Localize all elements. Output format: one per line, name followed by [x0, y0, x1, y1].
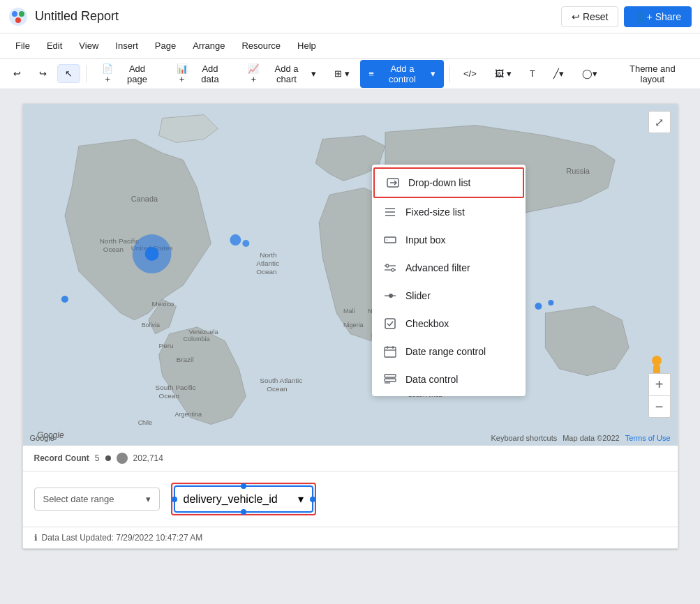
menu-resource[interactable]: Resource — [234, 38, 288, 54]
image-button[interactable]: 🖼 ▾ — [487, 64, 519, 83]
toolbar: ↩ ↪ ↖ 📄+ Add page 📊+ Add data 📈+ Add a c… — [0, 59, 700, 89]
menu-item-data-control[interactable]: Data control — [372, 365, 526, 393]
add-data-button[interactable]: 📊+ Add data — [166, 59, 235, 89]
chevron-down-icon: ▾ — [311, 68, 316, 79]
select-tool-button[interactable]: ↖ — [57, 64, 80, 83]
svg-point-47 — [61, 296, 68, 303]
map-data-text: Map data ©2022 — [563, 434, 620, 442]
controls-row: Select date range ▾ delivery_vehicle_id … — [23, 471, 678, 527]
share-button[interactable]: 👤+ Share — [624, 6, 692, 27]
menu-insert[interactable]: Insert — [108, 38, 145, 54]
svg-point-0 — [9, 8, 27, 26]
title-bar-actions: ↩ Reset 👤+ Share — [561, 6, 692, 27]
menu-item-input-box[interactable]: Input box — [372, 226, 526, 254]
svg-point-45 — [230, 234, 241, 246]
title-bar: Untitled Report ↩ Reset 👤+ Share — [0, 0, 700, 33]
textbox-button[interactable]: T — [522, 64, 543, 83]
map-links: Keyboard shortcuts Map data ©2022 Terms … — [491, 434, 670, 442]
svg-rect-71 — [385, 347, 396, 357]
menu-arrange[interactable]: Arrange — [186, 38, 232, 54]
selection-handle-left — [172, 497, 177, 502]
reset-button[interactable]: ↩ Reset — [561, 6, 619, 27]
separator-2 — [449, 66, 450, 82]
line-button[interactable]: ╱▾ — [546, 64, 572, 83]
svg-text:Colombia: Colombia — [183, 335, 209, 342]
svg-rect-76 — [385, 379, 396, 382]
svg-text:Mali: Mali — [343, 308, 355, 315]
app-logo — [8, 7, 28, 27]
legend-bar: Record Count 5 202,714 — [23, 446, 678, 471]
menu-help[interactable]: Help — [290, 38, 323, 54]
add-chart-button[interactable]: 📈+ Add a chart ▾ — [238, 59, 324, 89]
menu-item-checkbox[interactable]: Checkbox — [372, 310, 526, 338]
zoom-in-button[interactable]: + — [648, 373, 671, 395]
menu-item-advanced-filter[interactable]: Advanced filter — [372, 254, 526, 282]
svg-text:Ocean: Ocean — [256, 268, 276, 275]
info-icon: ℹ — [34, 533, 38, 543]
svg-text:South Pacific: South Pacific — [155, 384, 195, 391]
svg-point-62 — [386, 264, 389, 267]
svg-text:Russia: Russia — [566, 167, 590, 175]
line-icon: ╱▾ — [553, 68, 564, 79]
input-box-icon — [383, 233, 397, 247]
legend-count: 5 — [95, 453, 100, 463]
add-page-button[interactable]: 📄+ Add page — [92, 59, 163, 89]
legend-dot-large — [117, 453, 128, 464]
selection-handle-bottom — [241, 509, 246, 515]
menu-view[interactable]: View — [72, 38, 105, 54]
svg-text:Mexico: Mexico — [151, 300, 174, 308]
selection-handle-top — [241, 483, 246, 489]
add-chart-icon: 📈+ — [246, 63, 262, 84]
menu-page[interactable]: Page — [148, 38, 183, 54]
shape-button[interactable]: ◯▾ — [574, 64, 605, 83]
advanced-filter-icon — [383, 261, 397, 275]
svg-text:Canada: Canada — [131, 195, 158, 203]
add-page-icon: 📄+ — [100, 63, 116, 84]
svg-text:Ocean: Ocean — [103, 246, 123, 253]
chevron-down-icon-dropdown: ▾ — [298, 492, 304, 506]
chevron-down-icon-3: ▾ — [431, 68, 435, 79]
menu-item-dropdown-list[interactable]: Drop-down list — [373, 167, 524, 198]
menu-item-slider[interactable]: Slider — [372, 282, 526, 310]
main-area: Russia North Pacific Ocean North Atlanti… — [0, 89, 700, 604]
checkbox-icon — [383, 317, 397, 331]
svg-text:Atlantic: Atlantic — [256, 259, 279, 267]
menu-bar: File Edit View Insert Page Arrange Resou… — [0, 33, 700, 59]
menu-file[interactable]: File — [8, 38, 37, 54]
calendar-icon — [383, 345, 397, 358]
world-map: Russia North Pacific Ocean North Atlanti… — [23, 104, 678, 446]
fullscreen-button[interactable]: ⤢ — [648, 111, 671, 133]
terms-link[interactable]: Terms of Use — [625, 434, 671, 442]
add-control-button[interactable]: ≡ Add a control ▾ — [360, 60, 444, 88]
dropdown-selected[interactable]: delivery_vehicle_id ▾ — [174, 485, 313, 513]
slider-icon — [383, 289, 397, 303]
chevron-down-icon-4: ▾ — [507, 68, 512, 79]
code-button[interactable]: </> — [456, 64, 484, 83]
add-component-button[interactable]: ⊞ ▾ — [327, 64, 357, 83]
undo-button[interactable]: ↩ — [6, 64, 29, 83]
svg-point-3 — [15, 17, 21, 23]
svg-point-44 — [144, 247, 158, 261]
separator-1 — [86, 66, 87, 82]
svg-rect-60 — [385, 237, 396, 243]
theme-layout-button[interactable]: Theme and layout — [611, 60, 694, 88]
zoom-out-button[interactable]: − — [648, 395, 671, 418]
redo-button[interactable]: ↪ — [31, 64, 54, 83]
menu-edit[interactable]: Edit — [40, 38, 69, 54]
map-attribution: Google — [30, 434, 54, 442]
svg-point-1 — [12, 11, 17, 17]
image-icon: 🖼 — [495, 68, 504, 79]
map-area: Russia North Pacific Ocean North Atlanti… — [23, 104, 678, 446]
date-range-select[interactable]: Select date range ▾ — [34, 488, 160, 511]
redo-icon: ↪ — [39, 68, 47, 79]
menu-item-date-range[interactable]: Date range control — [372, 338, 526, 365]
menu-item-fixed-size-list[interactable]: Fixed-size list — [372, 198, 526, 226]
keyboard-shortcuts-link[interactable]: Keyboard shortcuts — [491, 434, 557, 442]
add-data-icon: 📊+ — [174, 63, 190, 84]
legend-dot-small — [105, 455, 111, 461]
shape-icon: ◯▾ — [582, 68, 597, 79]
svg-text:Ocean: Ocean — [158, 392, 179, 400]
svg-point-49 — [548, 300, 553, 305]
data-updated: ℹ Data Last Updated: 7/29/2022 10:47:27 … — [23, 527, 678, 548]
canvas: Russia North Pacific Ocean North Atlanti… — [22, 103, 678, 549]
